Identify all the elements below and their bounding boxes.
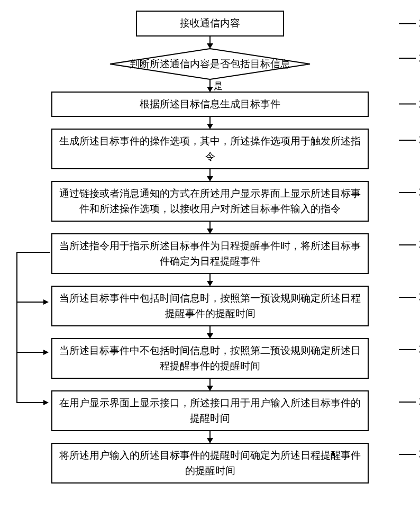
step-text: 判断所述通信内容是否包括目标信息: [130, 57, 290, 71]
step-text: 接收通信内容: [180, 17, 240, 29]
yes-label: 是: [214, 80, 223, 92]
step-text: 生成所述目标事件的操作选项，其中，所述操作选项用于触发所述指令: [59, 135, 361, 162]
process-box-308: 当所述目标事件中不包括时间信息时，按照第二预设规则确定所述日程提醒事件的提醒时间: [51, 338, 369, 379]
step-label-302: 302: [399, 52, 420, 65]
process-box-303: 根据所述目标信息生成目标事件: [51, 92, 369, 117]
step-text: 通过链接或者消息通知的方式在所述用户显示界面上显示所述目标事件和所述操作选项，以…: [59, 188, 361, 214]
decision-box-302: 判断所述通信内容是否包括目标信息: [109, 48, 311, 80]
step-row-306: 当所述指令用于指示所述目标事件为日程提醒事件时，将所述目标事件确定为日程提醒事件…: [25, 233, 395, 274]
step-row-301: 接收通信内容 301: [25, 11, 395, 37]
process-box-307: 当所述目标事件中包括时间信息时，按照第一预设规则确定所述日程提醒事件的提醒时间: [51, 286, 369, 326]
label-line: [399, 244, 416, 245]
step-text: 当所述目标事件中不包括时间信息时，按照第二预设规则确定所述日程提醒事件的提醒时间: [59, 345, 361, 371]
arrow-down: [209, 431, 211, 443]
process-box-306: 当所述指令用于指示所述目标事件为日程提醒事件时，将所述目标事件确定为日程提醒事件: [51, 233, 369, 274]
step-row-305: 通过链接或者消息通知的方式在所述用户显示界面上显示所述目标事件和所述操作选项，以…: [25, 181, 395, 222]
arrow-down: [209, 222, 211, 233]
process-box-301: 接收通信内容: [136, 11, 284, 37]
label-line: [399, 140, 416, 141]
step-row-307: 当所述目标事件中包括时间信息时，按照第一预设规则确定所述日程提醒事件的提醒时间 …: [25, 286, 395, 326]
step-label-308: 308: [399, 343, 420, 355]
step-label-309: 309: [399, 396, 420, 408]
step-row-308: 当所述目标事件中不包括时间信息时，按照第二预设规则确定所述日程提醒事件的提醒时间…: [25, 338, 395, 379]
step-text: 在用户显示界面上显示接口，所述接口用于用户输入所述目标事件的提醒时间: [59, 397, 361, 424]
step-label-306: 306: [399, 239, 420, 251]
step-row-310: 将所述用户输入的所述目标事件的提醒时间确定为所述日程提醒事件的提醒时间 310: [25, 443, 395, 484]
step-row-302: 判断所述通信内容是否包括目标信息 302: [25, 48, 395, 80]
label-line: [399, 349, 416, 350]
flowchart-container: 接收通信内容 301 判断所述通信内容是否包括目标信息 302 是 根据所述目标…: [25, 11, 395, 484]
label-line: [399, 104, 416, 105]
step-label-304: 304: [399, 134, 420, 146]
arrow-down: [209, 37, 211, 48]
label-line: [399, 23, 416, 24]
label-line: [399, 58, 416, 59]
label-line: [399, 297, 416, 298]
step-text: 当所述指令用于指示所述目标事件为日程提醒事件时，将所述目标事件确定为日程提醒事件: [59, 240, 361, 267]
step-text: 根据所述目标信息生成目标事件: [140, 98, 280, 110]
step-label-310: 310: [399, 448, 420, 460]
step-row-309: 在用户显示界面上显示接口，所述接口用于用户输入所述目标事件的提醒时间 309: [25, 390, 395, 431]
process-box-304: 生成所述目标事件的操作选项，其中，所述操作选项用于触发所述指令: [51, 129, 369, 169]
arrow-down: [209, 117, 211, 129]
process-box-305: 通过链接或者消息通知的方式在所述用户显示界面上显示所述目标事件和所述操作选项，以…: [51, 181, 369, 222]
step-row-303: 根据所述目标信息生成目标事件 303: [25, 92, 395, 117]
step-text: 将所述用户输入的所述目标事件的提醒时间确定为所述日程提醒事件的提醒时间: [59, 450, 361, 476]
step-label-303: 303: [399, 98, 420, 110]
arrow-down: [209, 169, 211, 181]
step-row-304: 生成所述目标事件的操作选项，其中，所述操作选项用于触发所述指令 304: [25, 129, 395, 169]
arrow-down: [209, 326, 211, 338]
label-line: [399, 192, 416, 193]
step-label-301: 301: [399, 17, 420, 30]
step-text: 当所述目标事件中包括时间信息时，按照第一预设规则确定所述日程提醒事件的提醒时间: [59, 293, 361, 319]
arrow-down: [209, 274, 211, 286]
process-box-309: 在用户显示界面上显示接口，所述接口用于用户输入所述目标事件的提醒时间: [51, 390, 369, 431]
label-line: [399, 454, 416, 455]
label-line: [399, 402, 416, 403]
step-label-307: 307: [399, 291, 420, 303]
arrow-down-yes: 是: [209, 80, 211, 92]
arrow-down: [209, 379, 211, 390]
step-label-305: 305: [399, 186, 420, 198]
process-box-310: 将所述用户输入的所述目标事件的提醒时间确定为所述日程提醒事件的提醒时间: [51, 443, 369, 484]
